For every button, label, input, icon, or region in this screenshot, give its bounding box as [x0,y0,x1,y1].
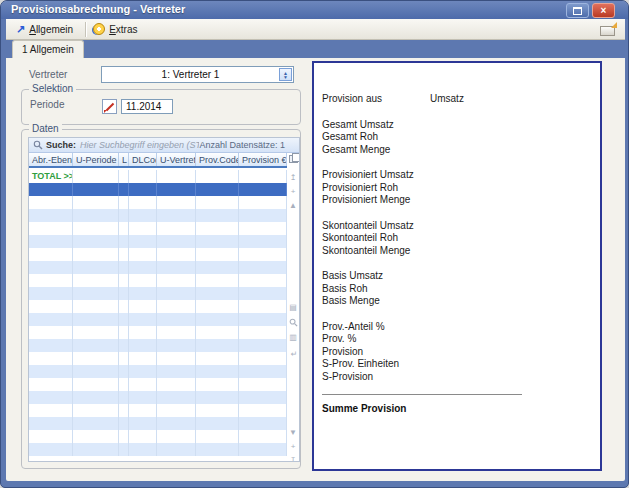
column-header[interactable]: U-Periode [73,153,119,166]
toolbar: ↗ Allgemein Extras [6,19,625,40]
vertreter-combobox[interactable]: 1: Vertreter 1 ▲▼ [101,66,294,83]
table-row[interactable] [29,196,287,209]
daten-title: Daten [29,123,62,134]
column-chooser-icon[interactable] [289,155,298,163]
column-header[interactable]: DLCode [129,153,157,166]
table-row[interactable] [29,261,287,274]
add-row-icon[interactable]: + [287,187,299,197]
grid-body[interactable]: TOTAL >> [29,170,287,456]
summary-label: Gesamt Menge [322,144,430,157]
table-row[interactable] [29,222,287,235]
table-row[interactable] [29,313,287,326]
summary-label: Basis Menge [322,295,430,308]
summary-label: Provisioniert Menge [322,194,430,207]
scroll-to-top-icon[interactable]: ↥ [287,173,299,183]
summary-label: Skontoanteil Menge [322,245,430,258]
rows-icon[interactable]: ▤ [287,333,299,343]
summe-provision-label: Summe Provision [322,403,600,414]
provision-aus-value: Umsatz [430,93,464,106]
table-row[interactable] [29,404,287,417]
daten-group: Daten Suche: Hier Suchbegriff eingeben (… [21,129,301,469]
menu-extras[interactable]: Extras [91,23,145,35]
table-row[interactable] [29,430,287,443]
scroll-to-bottom-icon[interactable]: ↧ [287,456,299,462]
move-down-icon[interactable]: ▼ [287,428,299,438]
titlebar: Provisionsabrechnung - Vertreter × [1,1,628,19]
table-row[interactable] [29,300,287,313]
selektion-title: Selektion [29,83,76,94]
table-row[interactable] [29,443,287,456]
table-row[interactable] [29,417,287,430]
app-window: Provisionsabrechnung - Vertreter × ↗ All… [0,0,629,488]
vertreter-value: 1: Vertreter 1 [102,69,279,80]
arrow-ne-icon: ↗ [16,24,25,35]
restore-icon [573,7,582,15]
column-header[interactable]: U-Vertreter [157,153,196,166]
search-placeholder[interactable]: Hier Suchbegriff eingeben (STRG+S) [80,140,199,150]
grid-header: Abr.-EbeneU-PeriodeLDLCodeU-VertreterPro… [29,153,287,168]
summary-divider [322,394,522,395]
summary-label: Basis Umsatz [322,270,430,283]
summary-label: Prov.-Anteil % [322,321,430,334]
summary-label: S-Provision [322,371,430,384]
table-row[interactable] [29,235,287,248]
column-header[interactable]: Abr.-Ebene [29,153,73,166]
summary-label: Basis Roh [322,283,430,296]
toolbar-separator [85,22,87,37]
grid-side-toolbar: ↥+▲▥▤↴▼+↧ [287,153,299,461]
tabstrip: 1 Allgemein [6,40,625,58]
add-row-bottom-icon[interactable]: + [287,442,299,452]
menu-allgemein[interactable]: ↗ Allgemein [14,24,81,35]
table-row[interactable] [29,183,287,196]
close-button[interactable]: × [592,3,615,18]
close-icon: × [601,6,607,16]
grid-export-icon[interactable]: ↴ [287,348,299,358]
grid-search-icon[interactable] [287,318,300,327]
table-row[interactable] [29,365,287,378]
summary-label: Skontoanteil Umsatz [322,220,430,233]
column-header[interactable]: Provision € [239,153,287,166]
periode-label: Periode [30,99,64,110]
record-count: Anzahl Datensätze: 1 [199,140,285,150]
export-button[interactable] [600,23,616,36]
table-row[interactable] [29,209,287,222]
summary-label: Prov. % [322,333,430,346]
menu-allgemein-label: Allgemein [29,24,73,35]
summary-label: Provision [322,346,430,359]
spinner-icon[interactable]: ▲▼ [279,68,292,81]
content-area: Vertreter 1: Vertreter 1 ▲▼ Selektion Pe… [6,58,625,481]
extras-icon [93,23,105,35]
summary-label: S-Prov. Einheiten [322,358,430,371]
column-header[interactable]: L [119,153,129,166]
move-up-icon[interactable]: ▲ [287,201,299,211]
restore-button[interactable] [566,3,589,18]
table-row[interactable] [29,248,287,261]
selektion-group: Selektion Periode [21,89,301,125]
window-title: Provisionsabrechnung - Vertreter [11,3,185,15]
grid-searchbar[interactable]: Suche: Hier Suchbegriff eingeben (STRG+S… [29,138,299,153]
summary-label: Provisioniert Roh [322,182,430,195]
table-row[interactable] [29,287,287,300]
table-row[interactable]: TOTAL >> [29,170,287,183]
column-header[interactable]: Prov.Code [196,153,239,166]
table-row[interactable] [29,378,287,391]
tab-allgemein[interactable]: 1 Allgemein [12,40,84,58]
summary-groups: Gesamt UmsatzGesamt RohGesamt MengeProvi… [322,119,600,384]
periode-input[interactable] [121,99,173,114]
search-icon [33,140,43,150]
summary-label: Gesamt Roh [322,131,430,144]
summary-label: Gesamt Umsatz [322,119,430,132]
table-row[interactable] [29,326,287,339]
summary-panel: Provision aus Umsatz Gesamt UmsatzGesamt… [312,61,602,471]
summary-label: Skontoanteil Roh [322,232,430,245]
data-grid: Suche: Hier Suchbegriff eingeben (STRG+S… [28,137,300,462]
provision-aus-label: Provision aus [322,93,430,106]
table-row[interactable] [29,274,287,287]
columns-icon[interactable]: ▥ [287,303,299,313]
search-label: Suche: [46,140,76,150]
table-row[interactable] [29,352,287,365]
table-row[interactable] [29,339,287,352]
menu-extras-label: Extras [109,24,137,35]
periode-picker-button[interactable] [102,99,117,114]
table-row[interactable] [29,391,287,404]
